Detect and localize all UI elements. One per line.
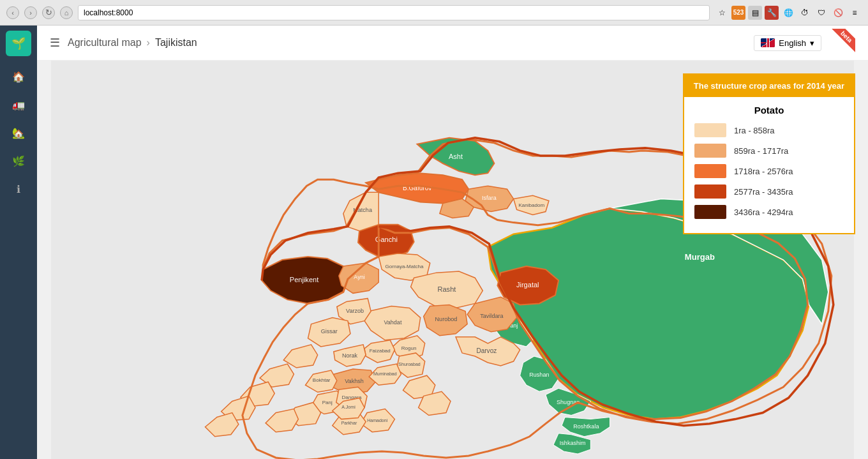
svg-text:Hamadoni: Hamadoni bbox=[367, 418, 387, 423]
legend-crop-name: Potato bbox=[694, 105, 844, 116]
url-text: localhost:8000 bbox=[84, 8, 133, 17]
beta-badge: beta bbox=[830, 29, 855, 53]
legend-title: The structure crop areas for 2014 year bbox=[684, 75, 854, 97]
svg-text:Parkhar: Parkhar bbox=[341, 421, 357, 425]
region-label-isfara: Isfara bbox=[482, 195, 497, 201]
legend-label-2: 859ra - 1717ra bbox=[734, 146, 788, 156]
legend-swatch-1 bbox=[694, 123, 726, 137]
menu-dots[interactable]: ≡ bbox=[848, 6, 862, 20]
topbar-right: English ▾ beta bbox=[754, 29, 855, 57]
region-label-darvoz: Darvoz bbox=[476, 347, 497, 354]
svg-text:Gornaya-Matcha: Gornaya-Matcha bbox=[385, 264, 424, 269]
addon-icon-3: 🔧 bbox=[765, 6, 779, 20]
svg-text:Muminabad: Muminabad bbox=[373, 372, 397, 376]
sidebar-item-home[interactable]: 🏠 bbox=[6, 64, 31, 89]
browser-chrome: ‹ › ↻ ⌂ localhost:8000 ☆ 523 ▤ 🔧 🌐 ⏱ 🛡 🚫… bbox=[0, 0, 868, 26]
breadcrumb-separator: › bbox=[147, 37, 150, 49]
legend-item-1: 1ra - 858ra bbox=[694, 123, 844, 137]
logo-icon: 🌱 bbox=[11, 36, 26, 50]
sidebar-logo: 🌱 bbox=[6, 31, 31, 56]
home-browser-button[interactable]: ⌂ bbox=[60, 6, 73, 19]
svg-text:Ayni: Ayni bbox=[354, 274, 364, 280]
addon-icon-7: 🚫 bbox=[831, 6, 845, 20]
region-label-ishkashim: Ishkashim bbox=[560, 440, 586, 446]
addon-icon-6: 🛡 bbox=[814, 6, 828, 20]
svg-text:Vahdat: Vahdat bbox=[384, 319, 401, 326]
back-button[interactable]: ‹ bbox=[6, 6, 19, 19]
legend-box: The structure crop areas for 2014 year P… bbox=[683, 73, 855, 234]
region-label-penjikent: Penjikent bbox=[290, 276, 319, 283]
svg-text:Varzob: Varzob bbox=[346, 308, 364, 314]
flag-uk bbox=[761, 38, 775, 47]
breadcrumb-current: Tajikistan bbox=[155, 37, 197, 49]
legend-swatch-5 bbox=[694, 205, 726, 219]
legend-swatch-2 bbox=[694, 144, 726, 158]
legend-item-3: 1718ra - 2576ra bbox=[694, 164, 844, 178]
sidebar-item-village[interactable]: 🏡 bbox=[6, 120, 31, 146]
svg-text:Faizabad: Faizabad bbox=[370, 348, 391, 354]
legend-label-5: 3436ra - 4294ra bbox=[734, 207, 793, 217]
breadcrumb: Agricultural map › Tajikistan bbox=[68, 37, 197, 49]
sidebar-item-transport[interactable]: 🚛 bbox=[6, 92, 31, 117]
legend-label-3: 1718ra - 2576ra bbox=[734, 167, 793, 176]
topbar: ☰ Agricultural map › Tajikistan English bbox=[37, 26, 868, 61]
browser-toolbar-icons: ☆ 523 ▤ 🔧 🌐 ⏱ 🛡 🚫 ≡ bbox=[715, 6, 862, 20]
sidebar-item-crop[interactable]: 🌿 bbox=[6, 148, 31, 174]
svg-text:Nurobod: Nurobod bbox=[435, 316, 458, 322]
bookmark-icon[interactable]: ☆ bbox=[715, 6, 729, 20]
legend-swatch-3 bbox=[694, 164, 726, 178]
legend-body: Potato 1ra - 858ra 859ra - 1717ra 1718ra… bbox=[684, 97, 854, 233]
svg-text:Panj: Panj bbox=[322, 400, 333, 405]
region-label-murgab: Murgab bbox=[685, 252, 715, 262]
legend-label-1: 1ra - 858ra bbox=[734, 126, 775, 135]
reload-button[interactable]: ↻ bbox=[42, 6, 55, 19]
legend-swatch-4 bbox=[694, 184, 726, 199]
region-label-roshtkala: Roshtkala bbox=[573, 423, 599, 430]
svg-text:Rogun: Rogun bbox=[401, 345, 417, 351]
addon-icon-1: 523 bbox=[731, 6, 745, 20]
sidebar-item-info[interactable]: ℹ bbox=[6, 176, 31, 202]
region-label-rasht: Rasht bbox=[437, 285, 456, 293]
language-selector[interactable]: English ▾ bbox=[754, 35, 821, 51]
legend-item-2: 859ra - 1717ra bbox=[694, 144, 844, 158]
region-label-jirgatal: Jirgatal bbox=[516, 281, 539, 289]
legend-item-4: 2577ra - 3435ra bbox=[694, 184, 844, 199]
svg-text:Kanibadom: Kanibadom bbox=[518, 202, 544, 208]
main-content: ☰ Agricultural map › Tajikistan English bbox=[37, 26, 868, 459]
beta-badge-container: beta bbox=[827, 29, 855, 57]
forward-button[interactable]: › bbox=[24, 6, 37, 19]
lang-label: English bbox=[779, 38, 806, 48]
region-label-rushan: Rushan bbox=[529, 372, 549, 378]
svg-text:Vakhsh: Vakhsh bbox=[345, 378, 364, 384]
menu-toggle-icon[interactable]: ☰ bbox=[50, 36, 60, 50]
legend-item-5: 3436ra - 4294ra bbox=[694, 205, 844, 219]
svg-text:Bokhtar: Bokhtar bbox=[313, 377, 331, 383]
addon-icon-5: ⏱ bbox=[798, 6, 812, 20]
addon-icon-2: ▤ bbox=[748, 6, 762, 20]
addon-icon-4: 🌐 bbox=[781, 6, 795, 20]
address-bar[interactable]: localhost:8000 bbox=[78, 5, 710, 20]
svg-text:A.Jomi: A.Jomi bbox=[341, 405, 355, 409]
svg-text:Shuroabad: Shuroabad bbox=[398, 362, 420, 366]
sidebar: 🌱 🏠 🚛 🏡 🌿 ℹ bbox=[0, 26, 37, 459]
breadcrumb-root[interactable]: Agricultural map bbox=[68, 37, 142, 49]
legend-label-4: 2577ra - 3435ra bbox=[734, 187, 793, 197]
svg-text:Tavildara: Tavildara bbox=[480, 313, 504, 319]
svg-text:Gissar: Gissar bbox=[321, 328, 338, 335]
lang-dropdown-icon: ▾ bbox=[810, 38, 814, 48]
app-container: 🌱 🏠 🚛 🏡 🌿 ℹ ☰ Agricultural map › Tajikis… bbox=[0, 26, 868, 459]
region-label-asht: Asht bbox=[449, 153, 463, 160]
svg-text:Norak: Norak bbox=[342, 352, 358, 359]
map-area: Murgab Vanj Rushan Shugnan Roshtkala Ish… bbox=[37, 61, 868, 459]
